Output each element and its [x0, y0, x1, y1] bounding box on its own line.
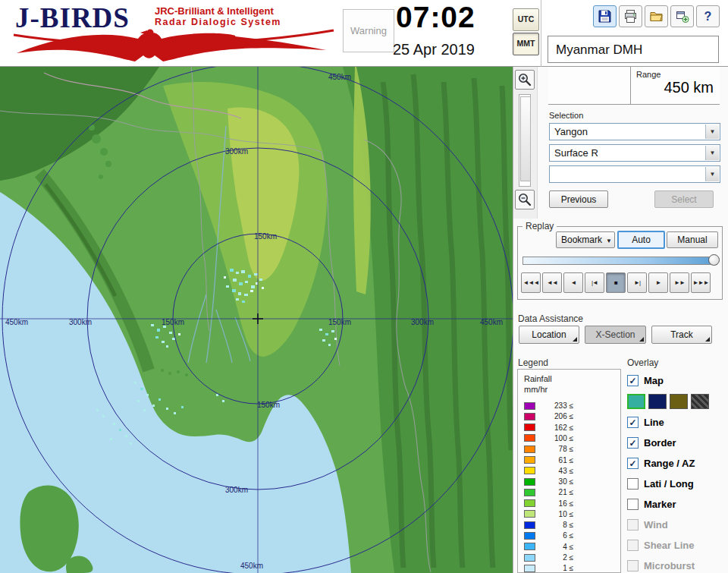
- radar-display[interactable]: 450km300km150km150km300km450km450km300km…: [0, 67, 513, 573]
- overlay-item-shear-line[interactable]: Shear Line: [627, 535, 727, 556]
- overlay-item-range-az[interactable]: ✓Range / AZ: [627, 453, 727, 474]
- help-button[interactable]: ?: [696, 5, 720, 27]
- overlay-label: Overlay: [627, 357, 658, 368]
- checkbox-icon[interactable]: [627, 560, 639, 571]
- legend-value: 10 ≤: [535, 510, 573, 518]
- overlay-item-marker[interactable]: Marker: [627, 494, 727, 515]
- forward-fast-button[interactable]: ►►►: [691, 272, 711, 293]
- legend-value: 30 ≤: [535, 477, 573, 486]
- stop-button[interactable]: ■: [606, 272, 626, 293]
- step-forward-button[interactable]: ►|: [627, 272, 647, 293]
- legend-color-swatch: [524, 521, 535, 529]
- legend-row: 61 ≤: [524, 455, 573, 464]
- zoom-strip: [513, 67, 538, 219]
- replay-timeline[interactable]: [522, 255, 717, 266]
- zoom-slider-handle[interactable]: [520, 96, 531, 181]
- site-dropdown[interactable]: Yangon ▼: [549, 123, 720, 140]
- corner-arrow-icon: [639, 337, 644, 342]
- overlay-item-label: Line: [644, 417, 664, 428]
- legend-color-swatch: [524, 402, 535, 410]
- legend-row: 21 ≤: [524, 488, 573, 496]
- select-button[interactable]: Select: [654, 190, 714, 208]
- checkbox-icon[interactable]: ✓: [627, 417, 639, 428]
- clock-date: 25 Apr 2019: [393, 41, 514, 58]
- rewind-button[interactable]: ◄◄: [542, 272, 562, 293]
- track-button[interactable]: Track: [651, 326, 712, 344]
- svg-text:150km: 150km: [162, 318, 184, 326]
- checkbox-icon[interactable]: [627, 540, 639, 551]
- overlay-item-lati-long[interactable]: Lati / Long: [627, 474, 727, 494]
- map-style-swatch[interactable]: [691, 394, 709, 409]
- option-dropdown[interactable]: ▼: [549, 165, 720, 183]
- radar-map[interactable]: 450km300km150km150km300km450km450km300km…: [0, 67, 513, 573]
- legend-color-swatch: [524, 423, 535, 431]
- map-style-swatch[interactable]: [670, 394, 688, 409]
- new-window-button[interactable]: [670, 5, 694, 27]
- utc-button[interactable]: UTC: [513, 8, 539, 31]
- bookmark-button[interactable]: Bookmark▼: [556, 231, 615, 248]
- checkbox-icon[interactable]: ✓: [627, 437, 639, 449]
- previous-button[interactable]: Previous: [549, 190, 608, 208]
- warning-indicator: Warning: [343, 9, 394, 52]
- legend-row: 8 ≤: [524, 521, 573, 529]
- legend-color-swatch: [524, 543, 535, 550]
- timeline-handle[interactable]: [708, 254, 720, 266]
- print-button[interactable]: [619, 5, 642, 27]
- legend-color-swatch: [524, 510, 535, 518]
- overlay-item-line[interactable]: ✓Line: [627, 412, 727, 433]
- zoom-out-button[interactable]: [515, 190, 535, 209]
- overlay-item-wind[interactable]: Wind: [627, 515, 727, 535]
- manual-button[interactable]: Manual: [667, 231, 718, 248]
- rewind-fast-button[interactable]: ◄◄◄: [521, 272, 541, 293]
- selection-label: Selection: [549, 111, 583, 120]
- map-style-swatches: [627, 391, 727, 412]
- legend-color-swatch: [524, 434, 535, 442]
- chevron-down-icon[interactable]: ▼: [705, 146, 719, 160]
- location-button[interactable]: Location: [519, 326, 579, 344]
- legend-value: 206 ≤: [535, 412, 573, 420]
- svg-text:450km: 450km: [5, 318, 28, 326]
- play-button[interactable]: ►: [648, 272, 668, 293]
- range-value: 450 km: [664, 79, 714, 96]
- legend-row: 10 ≤: [524, 510, 573, 518]
- save-button[interactable]: [593, 5, 617, 27]
- product-dropdown[interactable]: Surface R ▼: [549, 144, 720, 162]
- checkbox-icon[interactable]: [627, 519, 639, 530]
- overlay-item-label: Lati / Long: [644, 478, 694, 490]
- timeline-track[interactable]: [522, 257, 717, 265]
- chevron-down-icon[interactable]: ▼: [705, 167, 719, 181]
- legend-panel: Rainfall mm/hr 233 ≤206 ≤162 ≤100 ≤78 ≤6…: [517, 369, 621, 573]
- overlay-item-map[interactable]: ✓Map: [627, 370, 727, 391]
- open-file-button[interactable]: [645, 5, 668, 27]
- step-back-button[interactable]: |◄: [585, 272, 604, 293]
- checkbox-icon[interactable]: [627, 499, 639, 510]
- xsection-button[interactable]: X-Section: [585, 326, 646, 344]
- play-reverse-button[interactable]: ◄: [563, 272, 583, 293]
- overlay-item-border[interactable]: ✓Border: [627, 433, 727, 453]
- checkbox-icon[interactable]: [627, 478, 639, 490]
- checkbox-icon[interactable]: ✓: [627, 375, 639, 386]
- legend-value: 1 ≤: [535, 564, 573, 572]
- checkbox-icon[interactable]: ✓: [627, 458, 639, 469]
- legend-color-swatch: [524, 413, 535, 420]
- legend-color-swatch: [524, 532, 535, 540]
- site-dropdown-value: Yangon: [554, 126, 588, 137]
- overlay-item-label: Shear Line: [644, 540, 694, 551]
- zoom-slider[interactable]: [519, 94, 531, 187]
- station-name: Myanmar DMH: [548, 36, 719, 63]
- zoom-in-button[interactable]: [515, 70, 535, 90]
- svg-text:450km: 450km: [240, 562, 263, 570]
- legend-row: 6 ≤: [524, 531, 573, 540]
- overlay-item-microburst[interactable]: Microburst: [627, 556, 727, 573]
- map-style-swatch[interactable]: [627, 394, 645, 409]
- map-style-swatch[interactable]: [648, 394, 667, 409]
- legend-color-swatch: [524, 456, 535, 464]
- overlay-item-label: Border: [644, 437, 676, 449]
- forward-button[interactable]: ►►: [670, 272, 689, 293]
- corner-arrow-icon: [573, 337, 577, 342]
- legend-value: 78 ≤: [535, 445, 573, 453]
- auto-button[interactable]: Auto: [617, 231, 665, 249]
- chevron-down-icon[interactable]: ▼: [705, 124, 719, 139]
- mmt-button[interactable]: MMT: [513, 33, 539, 55]
- svg-text:150km: 150km: [328, 318, 351, 326]
